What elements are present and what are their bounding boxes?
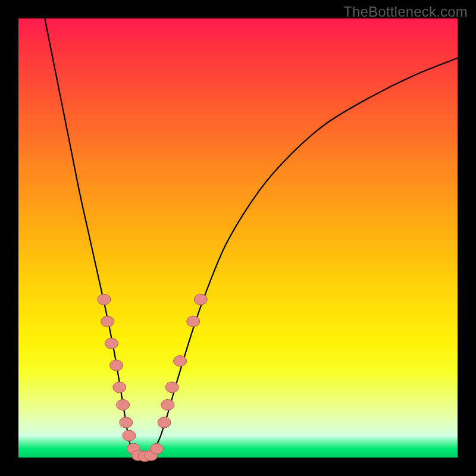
data-marker	[165, 382, 178, 393]
data-marker	[194, 294, 207, 305]
marker-group	[98, 294, 207, 461]
data-marker	[123, 430, 136, 441]
data-marker	[158, 417, 171, 428]
data-marker	[113, 382, 126, 393]
data-marker	[98, 294, 111, 305]
bottleneck-curve	[45, 18, 458, 458]
data-marker	[117, 399, 130, 410]
data-marker	[120, 417, 133, 428]
plot-area	[18, 18, 458, 458]
chart-svg	[18, 18, 458, 458]
data-marker	[150, 443, 163, 454]
data-marker	[101, 316, 114, 327]
data-marker	[110, 360, 123, 371]
chart-frame: TheBottleneck.com	[0, 0, 476, 476]
data-marker	[187, 316, 200, 327]
data-marker	[161, 399, 174, 410]
data-marker	[174, 356, 187, 367]
watermark-text: TheBottleneck.com	[343, 4, 468, 20]
data-marker	[105, 338, 118, 349]
